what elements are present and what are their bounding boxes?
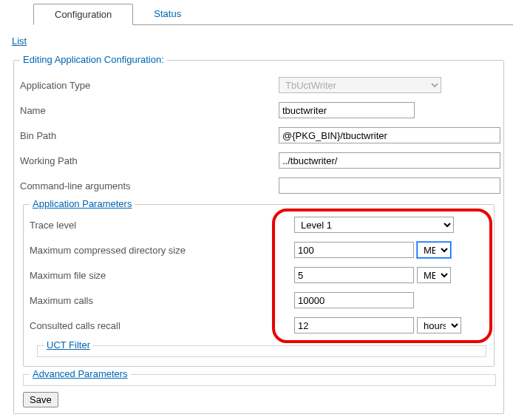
app-type-label: Application Type	[20, 80, 279, 91]
bin-path-label: Bin Path	[20, 130, 279, 141]
recall-unit-select[interactable]: hours	[417, 317, 461, 333]
max-calls-label: Maximum calls	[30, 295, 294, 306]
advanced-parameters-legend[interactable]: Advanced Parameters	[30, 368, 131, 379]
application-parameters-fieldset: Application Parameters Trace level Level…	[23, 204, 495, 367]
working-path-input[interactable]	[279, 152, 500, 169]
max-file-size-label: Maximum file size	[30, 270, 294, 281]
editing-config-fieldset: Editing Application Configuration: Appli…	[13, 60, 504, 414]
max-file-size-input[interactable]	[294, 267, 414, 283]
editing-config-legend: Editing Application Configuration:	[20, 54, 167, 65]
tab-configuration[interactable]: Configuration	[33, 4, 133, 25]
save-button[interactable]: Save	[23, 392, 58, 407]
name-input[interactable]	[279, 102, 415, 118]
app-type-select: TbUctWriter	[279, 77, 441, 93]
uct-filter-legend[interactable]: UCT Filter	[44, 339, 93, 350]
bin-path-input[interactable]	[279, 127, 500, 143]
max-file-size-unit-select[interactable]: MB	[417, 267, 451, 283]
trace-level-label: Trace level	[30, 220, 294, 231]
name-label: Name	[20, 105, 279, 116]
tab-status[interactable]: Status	[133, 4, 202, 25]
cli-args-input[interactable]	[279, 177, 500, 194]
cli-args-label: Command-line arguments	[20, 180, 279, 192]
max-calls-input[interactable]	[294, 292, 414, 308]
advanced-parameters-fieldset: Advanced Parameters	[23, 374, 496, 386]
max-dir-size-unit-select[interactable]: MB	[417, 242, 451, 258]
max-dir-size-label: Maximum compressed directory size	[30, 245, 294, 256]
trace-level-select[interactable]: Level 1	[294, 217, 454, 233]
uct-filter-fieldset: UCT Filter	[37, 345, 486, 357]
working-path-label: Working Path	[20, 155, 279, 166]
tabstrip: Configuration Status	[33, 0, 513, 25]
application-parameters-legend[interactable]: Application Parameters	[30, 198, 135, 209]
max-dir-size-input[interactable]	[294, 242, 414, 258]
list-link[interactable]: List	[12, 35, 27, 47]
recall-label: Consulted calls recall	[30, 320, 294, 331]
recall-input[interactable]	[294, 317, 414, 333]
